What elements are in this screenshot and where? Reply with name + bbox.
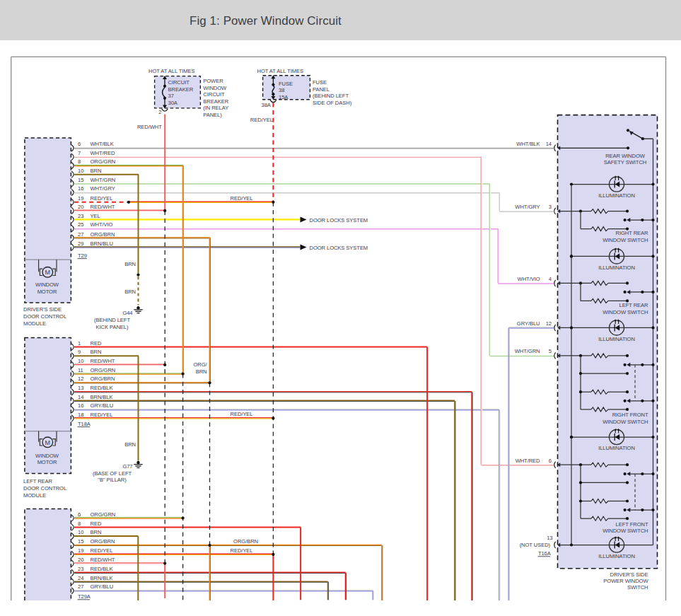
svg-text:(BASE OF LEFT: (BASE OF LEFT <box>93 470 132 477</box>
svg-text:RIGHT REAR: RIGHT REAR <box>616 230 648 236</box>
svg-text:BRN/BLK: BRN/BLK <box>91 394 113 400</box>
svg-text:4: 4 <box>549 276 552 282</box>
svg-text:RED/YEL: RED/YEL <box>231 547 253 554</box>
svg-text:WINDOW: WINDOW <box>35 281 59 288</box>
svg-text:10: 10 <box>78 168 83 174</box>
svg-text:FUSE: FUSE <box>313 79 327 86</box>
svg-text:16: 16 <box>78 402 83 409</box>
svg-text:KICK PANEL): KICK PANEL) <box>96 324 129 330</box>
svg-text:WHT/VIO: WHT/VIO <box>518 276 540 282</box>
svg-text:8: 8 <box>78 521 81 527</box>
svg-text:CIRCUIT: CIRCUIT <box>203 91 225 98</box>
svg-text:ILLUMINATION: ILLUMINATION <box>598 265 635 271</box>
svg-text:30A: 30A <box>168 100 178 106</box>
svg-text:BRN: BRN <box>91 529 102 535</box>
svg-text:RED/YEL: RED/YEL <box>231 411 253 417</box>
svg-text:ILLUMINATION: ILLUMINATION <box>598 445 635 451</box>
svg-text:WINDOW: WINDOW <box>35 453 59 459</box>
svg-text:20: 20 <box>78 204 83 210</box>
svg-text:YEL: YEL <box>91 213 100 219</box>
svg-text:RED: RED <box>91 521 102 527</box>
svg-text:ORG/BRN: ORG/BRN <box>233 538 258 545</box>
svg-text:12: 12 <box>546 320 552 327</box>
svg-text:"B" PILLAR): "B" PILLAR) <box>98 477 127 483</box>
svg-text:13: 13 <box>547 535 552 541</box>
svg-text:WHT/GRN: WHT/GRN <box>515 348 540 354</box>
svg-text:23: 23 <box>78 213 83 219</box>
svg-text:BRN: BRN <box>91 349 102 355</box>
svg-text:RED/BLK: RED/BLK <box>91 566 113 572</box>
svg-text:ORG/BRN: ORG/BRN <box>91 376 115 382</box>
svg-text:19: 19 <box>78 195 83 202</box>
svg-text:LEFT FRONT: LEFT FRONT <box>616 521 648 528</box>
svg-text:BRN: BRN <box>196 368 207 375</box>
svg-text:15: 15 <box>78 538 83 545</box>
svg-text:38A: 38A <box>262 102 272 108</box>
svg-text:14: 14 <box>78 394 83 400</box>
svg-text:RED/YEL: RED/YEL <box>91 195 113 202</box>
svg-text:POWER: POWER <box>203 78 223 84</box>
svg-text:ORG/: ORG/ <box>193 361 207 368</box>
svg-text:RED/BLK: RED/BLK <box>91 385 113 391</box>
svg-text:38: 38 <box>279 87 284 93</box>
svg-text:Fig 1: Power Window Circuit: Fig 1: Power Window Circuit <box>190 14 342 28</box>
svg-text:M: M <box>45 439 50 446</box>
svg-text:HOT AT ALL TIMES: HOT AT ALL TIMES <box>149 68 194 74</box>
svg-text:29: 29 <box>78 240 83 247</box>
svg-text:LEFT REAR: LEFT REAR <box>23 478 53 484</box>
svg-text:DRIVER'S SIDE: DRIVER'S SIDE <box>610 571 648 578</box>
svg-text:37: 37 <box>168 93 174 99</box>
svg-text:(BEHIND LEFT: (BEHIND LEFT <box>313 93 349 99</box>
svg-text:WHT/GRY: WHT/GRY <box>91 185 115 192</box>
svg-text:15A: 15A <box>279 94 289 100</box>
svg-text:19: 19 <box>78 547 83 554</box>
svg-text:20: 20 <box>78 557 83 563</box>
svg-text:POWER WINDOW: POWER WINDOW <box>603 578 648 584</box>
svg-text:CIRCUIT: CIRCUIT <box>168 79 190 86</box>
svg-text:18: 18 <box>78 412 83 418</box>
svg-text:ORG/BRN: ORG/BRN <box>91 231 115 238</box>
svg-text:SIDE OF DASH): SIDE OF DASH) <box>313 100 352 106</box>
svg-text:DOOR LOCKS SYSTEM: DOOR LOCKS SYSTEM <box>310 217 368 223</box>
svg-text:8: 8 <box>78 158 81 165</box>
svg-text:10: 10 <box>78 529 83 535</box>
svg-text:WHT/VIO: WHT/VIO <box>91 221 113 228</box>
svg-text:(BEHIND LEFT: (BEHIND LEFT <box>94 317 130 323</box>
svg-text:27: 27 <box>78 231 83 238</box>
svg-text:RED/YEL: RED/YEL <box>91 547 113 554</box>
svg-text:T29A: T29A <box>78 593 91 600</box>
svg-text:GRY/BLU: GRY/BLU <box>517 320 540 327</box>
svg-text:MOTOR: MOTOR <box>37 289 57 295</box>
svg-text:WHT/RED: WHT/RED <box>91 150 115 156</box>
svg-text:WINDOW SWITCH: WINDOW SWITCH <box>603 309 648 315</box>
svg-text:T18A: T18A <box>78 421 91 427</box>
svg-text:6: 6 <box>78 511 81 518</box>
svg-text:BRN: BRN <box>91 168 102 174</box>
svg-text:RED/WHT: RED/WHT <box>91 358 115 364</box>
svg-text:DOOR CONTROL: DOOR CONTROL <box>23 485 66 492</box>
svg-text:7: 7 <box>78 150 81 156</box>
svg-text:ILLUMINATION: ILLUMINATION <box>598 192 635 199</box>
svg-text:FUSE: FUSE <box>279 81 293 87</box>
svg-text:WINDOW SWITCH: WINDOW SWITCH <box>603 237 648 243</box>
svg-text:27: 27 <box>78 583 83 590</box>
svg-text:SAFETY SWITCH: SAFETY SWITCH <box>604 159 646 165</box>
svg-text:MOTOR: MOTOR <box>37 459 57 465</box>
svg-text:WINDOW SWITCH: WINDOW SWITCH <box>603 528 648 534</box>
svg-text:WINDOW: WINDOW <box>203 85 227 91</box>
svg-text:6: 6 <box>78 141 81 147</box>
svg-text:WHT/BLK: WHT/BLK <box>91 141 114 147</box>
svg-text:BRN/BLU: BRN/BLU <box>91 240 113 247</box>
svg-text:ILLUMINATION: ILLUMINATION <box>598 336 635 342</box>
svg-text:T29: T29 <box>78 252 87 259</box>
svg-text:REAR WINDOW: REAR WINDOW <box>605 153 646 159</box>
svg-text:5: 5 <box>549 348 552 354</box>
svg-text:WHT/GRY: WHT/GRY <box>515 204 540 210</box>
svg-text:MODULE: MODULE <box>23 320 46 327</box>
svg-text:RED/YEL: RED/YEL <box>231 195 253 202</box>
svg-text:BRN: BRN <box>124 289 136 295</box>
svg-text:RED/WHT: RED/WHT <box>91 204 115 210</box>
svg-text:PANEL): PANEL) <box>203 112 222 118</box>
svg-text:16: 16 <box>78 185 83 192</box>
svg-text:WINDOW SWITCH: WINDOW SWITCH <box>603 419 648 425</box>
